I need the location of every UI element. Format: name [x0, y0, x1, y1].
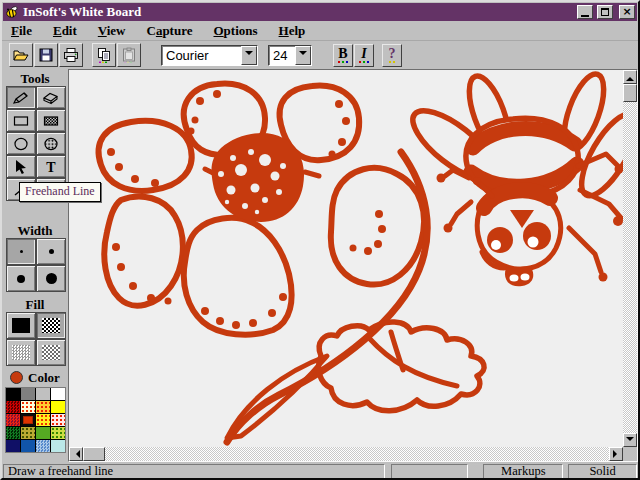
size-combo-dropdown-button[interactable]	[295, 46, 311, 65]
paste-button[interactable]	[117, 43, 141, 67]
width-option-1[interactable]	[6, 238, 36, 265]
filled-ellipse-tool-button[interactable]	[36, 132, 66, 155]
menu-edit[interactable]: Edit	[48, 22, 82, 40]
canvas-region	[68, 69, 638, 462]
arrow-right-icon	[613, 450, 621, 458]
close-button[interactable]: ×	[619, 5, 635, 19]
vertical-scroll-track[interactable]	[623, 84, 637, 433]
color-swatch-4[interactable]	[51, 388, 65, 400]
scrollbar-corner	[623, 447, 637, 461]
arrow-down-icon	[626, 437, 634, 445]
text-tool-button[interactable]: T	[36, 155, 66, 178]
color-swatch-15[interactable]	[36, 427, 50, 439]
color-swatch-9[interactable]	[6, 414, 20, 426]
current-color-indicator	[10, 371, 23, 384]
filled-ellipse-icon	[41, 136, 61, 152]
italic-label: I	[361, 47, 366, 60]
italic-button[interactable]: I	[354, 44, 374, 67]
copy-button[interactable]	[92, 43, 116, 67]
open-button[interactable]	[9, 43, 33, 67]
font-combo[interactable]: Courier	[161, 45, 258, 66]
minimize-button[interactable]	[577, 5, 593, 19]
color-swatch-16[interactable]	[51, 427, 65, 439]
width-option-3[interactable]	[6, 265, 36, 292]
maximize-icon	[601, 8, 609, 16]
selector-arrow-tool-button[interactable]	[6, 155, 36, 178]
font-combo-dropdown-button[interactable]	[241, 46, 257, 65]
ellipse-tool-button[interactable]	[6, 132, 36, 155]
scroll-up-button[interactable]	[623, 70, 637, 84]
size-combo[interactable]: 24	[268, 45, 312, 66]
color-swatch-10[interactable]	[21, 414, 35, 426]
menu-options[interactable]: Options	[208, 22, 262, 40]
vertical-scrollbar[interactable]	[623, 70, 637, 447]
color-swatch-6[interactable]	[21, 401, 35, 413]
dense-dither-fill-icon	[42, 318, 60, 333]
window-title: InSoft's White Board	[23, 3, 573, 21]
help-button[interactable]: ?	[382, 44, 402, 67]
width-option-4[interactable]	[36, 265, 66, 292]
horizontal-scroll-track[interactable]	[83, 447, 609, 461]
tool-palette-sidebar: Tools	[2, 69, 68, 462]
color-swatch-1[interactable]	[6, 388, 20, 400]
menu-label-part: ptions	[224, 23, 258, 38]
width-grid	[6, 238, 68, 292]
eraser-icon	[41, 90, 61, 106]
color-swatch-8[interactable]	[51, 401, 65, 413]
print-button[interactable]	[59, 43, 83, 67]
scroll-left-button[interactable]	[69, 447, 83, 461]
fill-grid	[6, 312, 68, 366]
color-swatch-2[interactable]	[21, 388, 35, 400]
toolbar: Courier 24 B I ?	[2, 41, 638, 69]
fill-dense-dither-button[interactable]	[36, 312, 66, 339]
color-swatch-13[interactable]	[6, 427, 20, 439]
rectangle-icon	[11, 113, 31, 129]
maximize-button[interactable]	[597, 5, 613, 19]
eraser-tool-button[interactable]	[36, 86, 66, 109]
question-mark-icon: ?	[389, 47, 396, 60]
filled-rectangle-icon	[41, 113, 61, 129]
menu-view[interactable]: View	[93, 22, 131, 40]
menu-capture[interactable]: Capture	[141, 22, 197, 40]
menu-help[interactable]: Help	[274, 22, 311, 40]
whiteboard-canvas[interactable]	[69, 70, 623, 447]
medium-dither-fill-icon	[42, 345, 60, 360]
font-combo-value: Courier	[162, 46, 241, 65]
menu-label-part: V	[98, 23, 107, 38]
vertical-scroll-thumb[interactable]	[623, 84, 637, 102]
fill-solid-button[interactable]	[6, 312, 36, 339]
scroll-down-button[interactable]	[623, 433, 637, 447]
width-option-2[interactable]	[36, 238, 66, 265]
light-dither-fill-icon	[12, 345, 30, 360]
color-swatch-20[interactable]	[51, 440, 65, 452]
color-swatch-7[interactable]	[36, 401, 50, 413]
color-swatch-3[interactable]	[36, 388, 50, 400]
color-swatch-12[interactable]	[51, 414, 65, 426]
color-swatch-14[interactable]	[21, 427, 35, 439]
filled-rectangle-tool-button[interactable]	[36, 109, 66, 132]
color-swatch-5[interactable]	[6, 401, 20, 413]
color-swatch-18[interactable]	[21, 440, 35, 452]
statusbar: Draw a freehand line Markups Solid	[2, 462, 638, 480]
close-icon: ×	[622, 7, 631, 17]
scroll-right-button[interactable]	[609, 447, 623, 461]
menu-label-part: E	[53, 23, 62, 38]
menu-file[interactable]: File	[6, 22, 37, 40]
titlebar[interactable]: InSoft's White Board ×	[3, 3, 637, 21]
clipboard-paste-icon	[120, 47, 138, 63]
fill-medium-dither-button[interactable]	[36, 339, 66, 366]
bold-button[interactable]: B	[333, 44, 353, 67]
save-button[interactable]	[34, 43, 58, 67]
horizontal-scrollbar[interactable]	[69, 447, 623, 461]
horizontal-scroll-thumb[interactable]	[83, 447, 105, 461]
color-swatch-17[interactable]	[6, 440, 20, 452]
color-swatch-19[interactable]	[36, 440, 50, 452]
chevron-down-icon	[245, 51, 253, 59]
italic-underline-dots-icon	[359, 61, 369, 63]
whiteboard-app-window: InSoft's White Board × File Edit View Ca…	[0, 0, 640, 480]
color-swatch-11[interactable]	[36, 414, 50, 426]
tools-section-label: Tools	[2, 71, 68, 86]
rectangle-tool-button[interactable]	[6, 109, 36, 132]
fill-light-dither-button[interactable]	[6, 339, 36, 366]
freehand-line-tool-button[interactable]	[6, 86, 36, 109]
